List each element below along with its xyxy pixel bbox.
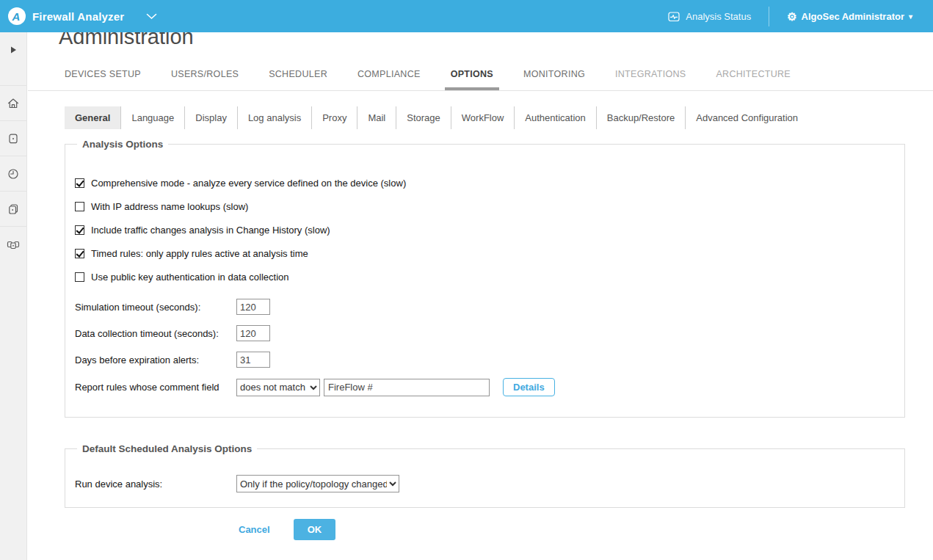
tab-compliance[interactable]: COMPLIANCE [357, 69, 421, 90]
checkbox-row: With IP address name lookups (slow) [75, 201, 904, 212]
data-collection-timeout-label: Data collection timeout (seconds): [75, 328, 236, 339]
user-menu[interactable]: ⚙ AlgoSec Administrator ▾ [787, 11, 912, 22]
subtab-display[interactable]: Display [184, 106, 237, 129]
app-switcher-chevron-icon[interactable] [146, 13, 157, 20]
form-actions: Cancel OK [239, 519, 933, 540]
tab-architecture[interactable]: ARCHITECTURE [716, 69, 791, 90]
data-collection-timeout-input[interactable] [236, 325, 270, 341]
top-bar: A Firewall Analyzer Analysis Status ⚙ Al… [0, 0, 933, 32]
run-device-analysis-select[interactable]: Only if the policy/topology changed [236, 475, 399, 492]
simulation-timeout-input[interactable] [236, 299, 270, 315]
checkbox-row: Use public key authentication in data co… [75, 272, 904, 283]
sidebar-expand-button[interactable] [0, 32, 26, 68]
app-title: Firewall Analyzer [32, 10, 124, 23]
tab-devices-setup[interactable]: DEVICES SETUP [65, 69, 141, 90]
sidebar-item-device-groups[interactable] [0, 226, 26, 261]
field-row: Days before expiration alerts: [75, 352, 904, 368]
subtab-storage[interactable]: Storage [396, 106, 451, 129]
topbar-divider [769, 7, 769, 26]
checkbox-label: With IP address name lookups (slow) [91, 201, 248, 212]
subtab-general[interactable]: General [65, 106, 120, 129]
expand-arrow-icon [10, 46, 17, 54]
simulation-timeout-label: Simulation timeout (seconds): [75, 302, 236, 313]
scheduled-options-panel: Default Scheduled Analysis Options Run d… [65, 443, 905, 508]
analysis-options-legend: Analysis Options [77, 139, 168, 150]
main-content: Administration DEVICES SETUP USERS/ROLES… [28, 25, 933, 540]
home-icon [7, 97, 20, 110]
ok-button[interactable]: OK [294, 519, 336, 540]
comprehensive-mode-checkbox[interactable] [75, 178, 84, 188]
expiration-alerts-input[interactable] [236, 352, 270, 368]
pulse-monitor-icon [668, 11, 680, 22]
checkbox-label: Include traffic changes analysis in Chan… [91, 225, 330, 236]
sidebar-item-reports[interactable] [0, 191, 26, 226]
device-groups-icon [6, 238, 21, 251]
sidebar-item-history[interactable] [0, 156, 26, 191]
user-menu-label: AlgoSec Administrator [802, 11, 904, 22]
checkbox-row: Comprehensive mode - analyze every servi… [75, 178, 904, 189]
run-analysis-row: Run device analysis: Only if the policy/… [75, 475, 904, 492]
main-tab-bar: DEVICES SETUP USERS/ROLES SCHEDULER COMP… [28, 69, 933, 91]
checkbox-label: Comprehensive mode - analyze every servi… [91, 178, 406, 189]
expiration-alerts-label: Days before expiration alerts: [75, 354, 236, 366]
ip-lookups-checkbox[interactable] [75, 202, 84, 211]
tab-users-roles[interactable]: USERS/ROLES [171, 69, 239, 90]
analysis-status-label: Analysis Status [686, 11, 751, 22]
subtab-mail[interactable]: Mail [357, 106, 396, 129]
subtab-proxy[interactable]: Proxy [311, 106, 357, 129]
report-rules-label: Report rules whose comment field [75, 382, 236, 393]
field-row: Simulation timeout (seconds): [75, 299, 904, 315]
logo-letter: A [12, 11, 21, 22]
subtab-advanced-configuration[interactable]: Advanced Configuration [685, 106, 808, 129]
sidebar-item-devices[interactable] [0, 120, 26, 156]
report-rules-row: Report rules whose comment field does no… [75, 378, 904, 396]
devices-icon [7, 132, 20, 145]
tab-monitoring[interactable]: MONITORING [523, 69, 585, 90]
options-subtab-bar: General Language Display Log analysis Pr… [65, 106, 933, 129]
run-device-analysis-label: Run device analysis: [75, 479, 236, 490]
subtab-log-analysis[interactable]: Log analysis [237, 106, 311, 129]
public-key-auth-checkbox[interactable] [75, 272, 84, 282]
details-button[interactable]: Details [503, 378, 555, 396]
checkbox-row: Timed rules: only apply rules active at … [75, 248, 904, 259]
checkbox-label: Use public key authentication in data co… [91, 272, 289, 283]
subtab-workflow[interactable]: WorkFlow [451, 106, 515, 129]
reports-icon [7, 203, 20, 216]
tab-scheduler[interactable]: SCHEDULER [269, 69, 327, 90]
subtab-language[interactable]: Language [120, 106, 184, 129]
checkbox-row: Include traffic changes analysis in Chan… [75, 225, 904, 236]
history-clock-icon [7, 167, 20, 181]
algosec-logo-icon: A [8, 7, 26, 25]
checkbox-label: Timed rules: only apply rules active at … [91, 248, 308, 259]
tab-integrations[interactable]: INTEGRATIONS [615, 69, 686, 90]
field-row: Data collection timeout (seconds): [75, 325, 904, 341]
sidebar-item-home[interactable] [0, 85, 26, 120]
comment-pattern-input[interactable] [324, 379, 490, 396]
scheduled-options-legend: Default Scheduled Analysis Options [77, 443, 257, 454]
caret-down-icon: ▾ [909, 12, 912, 21]
subtab-authentication[interactable]: Authentication [514, 106, 595, 129]
timed-rules-checkbox[interactable] [75, 249, 84, 258]
comment-match-select[interactable]: does not match [236, 379, 320, 396]
cancel-button[interactable]: Cancel [239, 524, 270, 535]
subtab-backup-restore[interactable]: Backup/Restore [596, 106, 686, 129]
left-sidebar [0, 32, 27, 560]
gear-icon: ⚙ [787, 11, 796, 22]
analysis-options-panel: Analysis Options Comprehensive mode - an… [65, 139, 905, 418]
tab-options[interactable]: OPTIONS [445, 69, 499, 90]
analysis-status-button[interactable]: Analysis Status [668, 11, 751, 22]
traffic-changes-checkbox[interactable] [75, 225, 84, 235]
